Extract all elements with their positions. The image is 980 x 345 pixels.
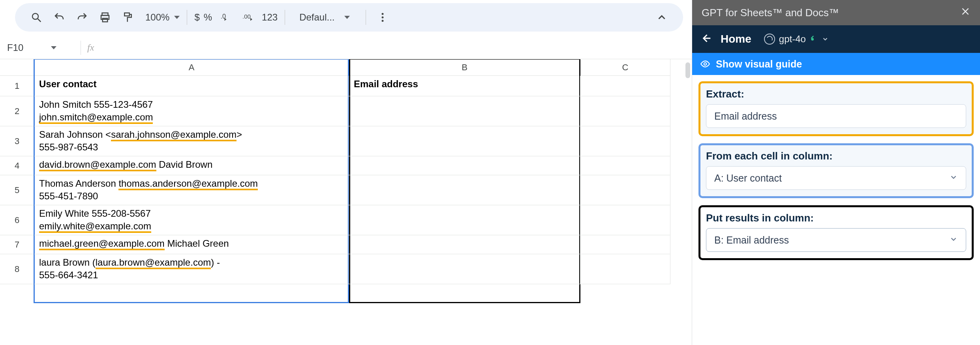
highlighted-email: emily.white@example.com xyxy=(39,221,151,233)
svg-point-9 xyxy=(382,17,384,19)
cell-A5[interactable]: Thomas Anderson thomas.anderson@example.… xyxy=(34,175,349,205)
cell-A3[interactable]: Sarah Johnson <sarah.johnson@example.com… xyxy=(34,126,349,156)
visual-guide-banner[interactable]: Show visual guide xyxy=(692,53,980,75)
cell-C3[interactable] xyxy=(580,126,670,156)
collapse-toolbar-icon[interactable] xyxy=(652,8,671,27)
svg-point-16 xyxy=(704,63,707,66)
search-icon[interactable] xyxy=(27,8,46,27)
row-header[interactable]: 4 xyxy=(0,156,34,175)
chevron-down-icon xyxy=(174,16,180,19)
cell-A6[interactable]: Emily White 555-208-5567emily.white@exam… xyxy=(34,205,349,235)
chevron-down-icon xyxy=(949,172,958,184)
cell-C4[interactable] xyxy=(580,156,670,175)
svg-point-10 xyxy=(382,20,384,22)
cell-A1[interactable]: User contact xyxy=(34,76,349,96)
cell-B6[interactable] xyxy=(349,205,580,235)
more-menu-icon[interactable] xyxy=(373,8,392,27)
spreadsheet-grid[interactable]: A B C 12345678 User contactEmail address… xyxy=(0,59,692,345)
zoom-dropdown[interactable]: 100% xyxy=(145,12,180,23)
addon-panel: GPT for Sheets™ and Docs™ Home gpt-4o Sh… xyxy=(692,0,980,345)
close-icon[interactable] xyxy=(960,6,971,19)
from-value: A: User contact xyxy=(714,172,782,184)
cell-C5[interactable] xyxy=(580,175,670,205)
fx-icon: fx xyxy=(87,42,94,53)
addon-nav: Home gpt-4o xyxy=(692,25,980,53)
row-header[interactable]: 5 xyxy=(0,175,34,205)
more-formats-button[interactable]: 123 xyxy=(262,8,278,27)
font-dropdown[interactable]: Defaul... xyxy=(299,12,359,23)
cell-B2[interactable] xyxy=(349,96,580,126)
row-header[interactable]: 6 xyxy=(0,205,34,235)
cell-B5[interactable] xyxy=(349,175,580,205)
svg-point-0 xyxy=(32,13,38,19)
cell-C8[interactable] xyxy=(580,254,670,284)
cell-C2[interactable] xyxy=(580,96,670,126)
cell-B4[interactable] xyxy=(349,156,580,175)
sheets-area: 100% $ % .0 .00 123 Defaul... F10 xyxy=(0,0,692,345)
svg-line-1 xyxy=(38,19,41,22)
put-select[interactable]: B: Email address xyxy=(706,228,966,252)
put-value: B: Email address xyxy=(714,234,789,246)
percent-format-button[interactable]: % xyxy=(204,8,212,27)
visual-guide-label: Show visual guide xyxy=(716,58,802,70)
cell-A7[interactable]: michael.green@example.com Michael Green xyxy=(34,235,349,254)
row-header[interactable]: 3 xyxy=(0,126,34,156)
divider xyxy=(285,10,285,25)
highlighted-email: david.brown@example.com xyxy=(39,159,156,171)
put-column-block: Put results in column: B: Email address xyxy=(698,205,974,260)
paint-format-icon[interactable] xyxy=(118,8,137,27)
column-header-C[interactable]: C xyxy=(580,59,670,76)
cell-C1[interactable] xyxy=(580,76,670,96)
chevron-down-icon xyxy=(51,46,56,49)
name-fx-row: F10 fx xyxy=(0,36,692,59)
highlighted-email: thomas.anderson@example.com xyxy=(118,178,258,190)
cell-A4[interactable]: david.brown@example.com David Brown xyxy=(34,156,349,175)
increase-decimal-button[interactable]: .00 xyxy=(239,8,258,27)
cell-B1[interactable]: Email address xyxy=(349,76,580,96)
currency-format-button[interactable]: $ xyxy=(194,8,199,27)
row-header[interactable]: 2 xyxy=(0,96,34,126)
chevron-down-icon xyxy=(949,234,958,246)
extract-block: Extract: Email address xyxy=(698,81,974,136)
row-header[interactable]: 1 xyxy=(0,76,34,96)
addon-titlebar: GPT for Sheets™ and Docs™ xyxy=(692,0,980,25)
row-header[interactable]: 8 xyxy=(0,254,34,284)
scrollbar-vertical[interactable] xyxy=(685,62,690,78)
chevron-down-icon xyxy=(822,36,829,43)
extract-input[interactable]: Email address xyxy=(706,104,966,128)
home-label[interactable]: Home xyxy=(721,33,751,45)
from-label: From each cell in column: xyxy=(706,150,966,162)
print-icon[interactable] xyxy=(96,8,115,27)
model-name: gpt-4o xyxy=(779,34,806,45)
model-selector[interactable]: gpt-4o xyxy=(764,34,829,45)
divider xyxy=(81,41,81,55)
name-box[interactable]: F10 xyxy=(3,42,74,53)
eye-icon xyxy=(700,59,710,69)
undo-icon[interactable] xyxy=(50,8,69,27)
cell-B7[interactable] xyxy=(349,235,580,254)
addon-title-text: GPT for Sheets™ and Docs™ xyxy=(702,7,839,19)
cell-B3[interactable] xyxy=(349,126,580,156)
column-header-B[interactable]: B xyxy=(349,59,580,76)
decrease-decimal-button[interactable]: .0 xyxy=(216,8,235,27)
addon-form: Extract: Email address From each cell in… xyxy=(692,75,980,266)
cell-A8[interactable]: laura Brown (laura.brown@example.com) -5… xyxy=(34,254,349,284)
select-all-corner[interactable] xyxy=(0,59,34,76)
from-select[interactable]: A: User contact xyxy=(706,166,966,190)
column-headers-row: A B C xyxy=(0,59,692,76)
svg-text:.00: .00 xyxy=(242,13,251,20)
redo-icon[interactable] xyxy=(73,8,92,27)
cell-C6[interactable] xyxy=(580,205,670,235)
row-header[interactable]: 7 xyxy=(0,235,34,254)
cell-C7[interactable] xyxy=(580,235,670,254)
highlighted-email: john.smitch@example.com xyxy=(39,112,153,124)
key-icon xyxy=(810,34,818,45)
column-header-A[interactable]: A xyxy=(34,59,349,76)
cell-B8[interactable] xyxy=(349,254,580,284)
extract-value: Email address xyxy=(714,111,777,122)
zoom-value: 100% xyxy=(145,12,169,23)
openai-icon xyxy=(764,34,775,45)
back-arrow-icon[interactable] xyxy=(700,32,712,46)
cell-A2[interactable]: John Smitch 555-123-4567john.smitch@exam… xyxy=(34,96,349,126)
name-box-value: F10 xyxy=(7,42,23,53)
